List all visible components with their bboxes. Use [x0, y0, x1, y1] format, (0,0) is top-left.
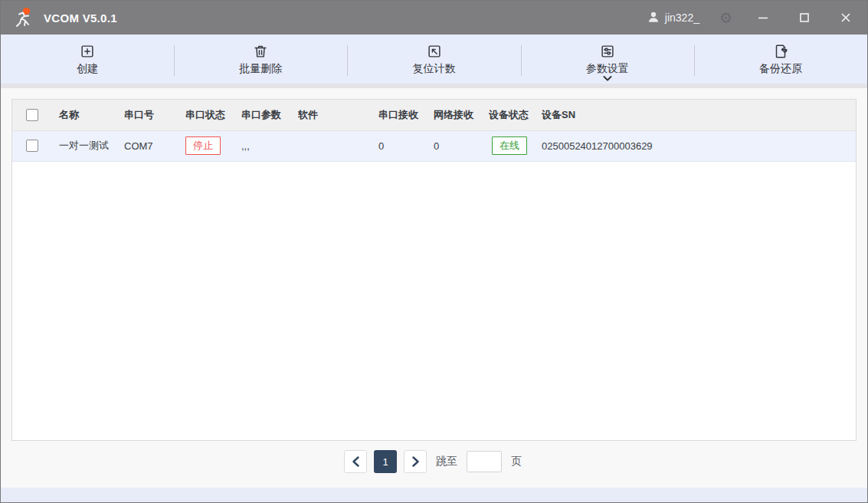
backup-restore-label: 备份还原 [759, 62, 802, 76]
maximize-button[interactable] [794, 7, 815, 28]
toolbar: 创建 批量删除 复位计数 [1, 35, 867, 84]
user-icon [647, 10, 660, 26]
create-button[interactable]: 创建 [1, 35, 174, 84]
close-button[interactable] [835, 7, 857, 28]
port-status-badge: 停止 [185, 136, 221, 155]
header-device-status: 设备状态 [489, 100, 542, 130]
user-account-button[interactable]: jin322_ [647, 10, 699, 26]
select-all-checkbox[interactable] [26, 109, 38, 121]
settings-gear-icon[interactable]: ⚙ [719, 11, 732, 25]
param-settings-button[interactable]: 参数设置 [521, 35, 694, 84]
device-table-panel: 名称 串口号 串口状态 串口参数 软件 串口接收 网络接收 设备状态 设备SN [11, 99, 857, 441]
chevron-left-icon [351, 456, 361, 467]
header-port-params: 串口参数 [241, 100, 298, 130]
current-page-button[interactable]: 1 [374, 450, 397, 473]
usr-runner-logo-icon [11, 5, 36, 30]
header-serial-rx: 串口接收 [378, 100, 434, 130]
jump-to-label: 跳至 [436, 455, 457, 468]
chevron-right-icon [411, 456, 421, 467]
status-bar [1, 488, 867, 502]
header-device-sn: 设备SN [542, 100, 856, 130]
chevron-down-icon[interactable] [602, 71, 613, 85]
title-bar: VCOM V5.0.1 jin322_ ⚙ [1, 1, 867, 35]
jump-to-page-input[interactable] [467, 451, 502, 472]
row-checkbox[interactable] [26, 140, 38, 152]
header-software: 软件 [298, 100, 378, 130]
sliders-icon [599, 43, 616, 60]
table-row[interactable]: 一对一测试 COM7 停止 ,,, 0 0 在线 025005240127000… [12, 130, 856, 161]
device-table: 名称 串口号 串口状态 串口参数 软件 串口接收 网络接收 设备状态 设备SN [12, 100, 856, 162]
plus-square-icon [79, 43, 96, 60]
batch-delete-button[interactable]: 批量删除 [174, 35, 347, 84]
arrow-into-square-icon [426, 43, 443, 60]
header-com-port: 串口号 [124, 100, 185, 130]
backup-restore-button[interactable]: 备份还原 [694, 35, 867, 84]
next-page-button[interactable] [404, 450, 427, 473]
cell-device-sn: 02500524012700003629 [542, 130, 856, 161]
app-title: VCOM V5.0.1 [44, 12, 117, 25]
username: jin322_ [665, 12, 699, 24]
cell-serial-rx: 0 [378, 130, 434, 161]
reset-count-label: 复位计数 [413, 62, 456, 76]
page-unit-label: 页 [511, 455, 522, 468]
page-export-icon [772, 43, 789, 60]
header-name: 名称 [47, 100, 124, 130]
header-network-rx: 网络接收 [434, 100, 489, 130]
minimize-button[interactable] [752, 7, 774, 28]
reset-count-button[interactable]: 复位计数 [347, 35, 520, 84]
table-header-row: 名称 串口号 串口状态 串口参数 软件 串口接收 网络接收 设备状态 设备SN [12, 100, 856, 130]
cell-port-params: ,,, [241, 130, 298, 161]
cell-software [298, 130, 378, 161]
device-status-badge: 在线 [492, 136, 527, 155]
prev-page-button[interactable] [344, 450, 367, 473]
cell-network-rx: 0 [434, 130, 489, 161]
create-label: 创建 [77, 62, 98, 76]
main-area: 名称 串口号 串口状态 串口参数 软件 串口接收 网络接收 设备状态 设备SN [1, 88, 867, 488]
cell-name: 一对一测试 [47, 130, 124, 161]
header-port-status: 串口状态 [185, 100, 241, 130]
trash-icon [252, 43, 269, 60]
batch-delete-label: 批量删除 [239, 62, 282, 76]
app-window: VCOM V5.0.1 jin322_ ⚙ [0, 0, 868, 503]
cell-com-port: COM7 [124, 130, 185, 161]
pagination: 1 跳至 页 [1, 450, 867, 473]
